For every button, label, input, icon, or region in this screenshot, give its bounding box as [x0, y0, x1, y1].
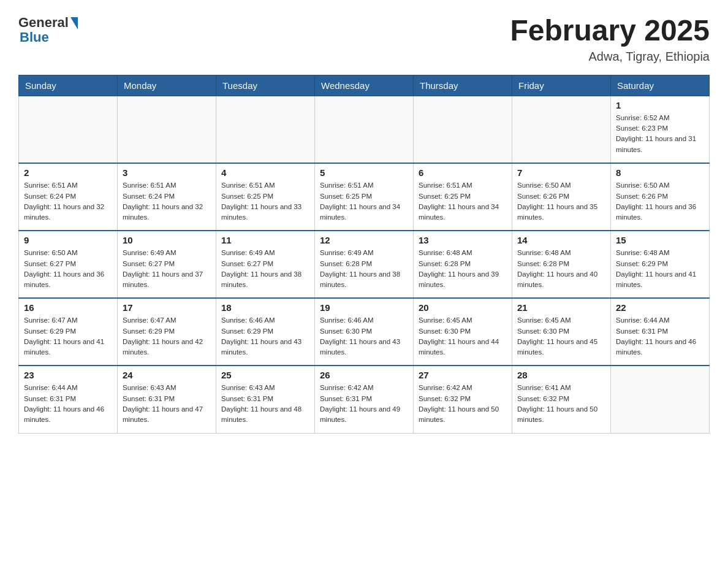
day-info: Sunrise: 6:48 AMSunset: 6:29 PMDaylight:… — [616, 248, 704, 290]
calendar-cell: 5Sunrise: 6:51 AMSunset: 6:25 PMDaylight… — [315, 163, 414, 231]
calendar-cell — [315, 96, 414, 163]
logo: General Blue — [18, 15, 78, 45]
day-number: 15 — [616, 235, 704, 245]
day-number: 21 — [517, 302, 605, 313]
weekday-header-thursday: Thursday — [414, 75, 512, 96]
calendar-cell: 7Sunrise: 6:50 AMSunset: 6:26 PMDaylight… — [512, 163, 611, 231]
week-row-1: 1Sunrise: 6:52 AMSunset: 6:23 PMDaylight… — [19, 96, 710, 163]
day-info: Sunrise: 6:46 AMSunset: 6:29 PMDaylight:… — [221, 315, 309, 358]
calendar-cell: 9Sunrise: 6:50 AMSunset: 6:27 PMDaylight… — [19, 231, 118, 298]
day-info: Sunrise: 6:45 AMSunset: 6:30 PMDaylight:… — [517, 315, 605, 358]
day-info: Sunrise: 6:51 AMSunset: 6:24 PMDaylight:… — [123, 180, 211, 223]
day-info: Sunrise: 6:50 AMSunset: 6:27 PMDaylight:… — [24, 248, 112, 290]
day-number: 25 — [221, 370, 309, 380]
day-info: Sunrise: 6:50 AMSunset: 6:26 PMDaylight:… — [616, 180, 704, 223]
weekday-header-sunday: Sunday — [19, 75, 118, 96]
calendar-cell — [414, 96, 512, 163]
day-number: 16 — [24, 302, 112, 313]
calendar-cell: 16Sunrise: 6:47 AMSunset: 6:29 PMDayligh… — [19, 298, 118, 366]
week-row-5: 23Sunrise: 6:44 AMSunset: 6:31 PMDayligh… — [19, 366, 710, 433]
day-info: Sunrise: 6:42 AMSunset: 6:31 PMDaylight:… — [320, 383, 408, 425]
week-row-3: 9Sunrise: 6:50 AMSunset: 6:27 PMDaylight… — [19, 231, 710, 298]
day-number: 6 — [419, 167, 507, 178]
calendar-cell: 19Sunrise: 6:46 AMSunset: 6:30 PMDayligh… — [315, 298, 414, 366]
day-info: Sunrise: 6:46 AMSunset: 6:30 PMDaylight:… — [320, 315, 408, 358]
calendar-cell: 20Sunrise: 6:45 AMSunset: 6:30 PMDayligh… — [414, 298, 512, 366]
weekday-header-saturday: Saturday — [611, 75, 710, 96]
day-info: Sunrise: 6:45 AMSunset: 6:30 PMDaylight:… — [419, 315, 507, 358]
calendar-cell: 10Sunrise: 6:49 AMSunset: 6:27 PMDayligh… — [118, 231, 216, 298]
day-number: 24 — [123, 370, 211, 380]
calendar-cell: 14Sunrise: 6:48 AMSunset: 6:28 PMDayligh… — [512, 231, 611, 298]
weekday-header-monday: Monday — [118, 75, 216, 96]
day-number: 23 — [24, 370, 112, 380]
day-number: 28 — [517, 370, 605, 380]
calendar-cell — [611, 366, 710, 433]
calendar-cell: 8Sunrise: 6:50 AMSunset: 6:26 PMDaylight… — [611, 163, 710, 231]
calendar-cell: 15Sunrise: 6:48 AMSunset: 6:29 PMDayligh… — [611, 231, 710, 298]
page-header: General Blue February 2025 Adwa, Tigray,… — [18, 15, 710, 64]
day-info: Sunrise: 6:51 AMSunset: 6:24 PMDaylight:… — [24, 180, 112, 223]
day-number: 14 — [517, 235, 605, 245]
day-number: 27 — [419, 370, 507, 380]
calendar-cell: 18Sunrise: 6:46 AMSunset: 6:29 PMDayligh… — [216, 298, 315, 366]
day-info: Sunrise: 6:51 AMSunset: 6:25 PMDaylight:… — [419, 180, 507, 223]
day-number: 9 — [24, 235, 112, 245]
day-number: 1 — [616, 100, 704, 110]
weekday-header-wednesday: Wednesday — [315, 75, 414, 96]
calendar-cell: 23Sunrise: 6:44 AMSunset: 6:31 PMDayligh… — [19, 366, 118, 433]
day-number: 5 — [320, 167, 408, 178]
calendar-cell — [216, 96, 315, 163]
calendar-cell: 24Sunrise: 6:43 AMSunset: 6:31 PMDayligh… — [118, 366, 216, 433]
day-info: Sunrise: 6:47 AMSunset: 6:29 PMDaylight:… — [24, 315, 112, 358]
calendar-cell: 3Sunrise: 6:51 AMSunset: 6:24 PMDaylight… — [118, 163, 216, 231]
main-title: February 2025 — [510, 15, 710, 47]
day-info: Sunrise: 6:41 AMSunset: 6:32 PMDaylight:… — [517, 383, 605, 425]
calendar-cell — [19, 96, 118, 163]
day-number: 19 — [320, 302, 408, 313]
week-row-4: 16Sunrise: 6:47 AMSunset: 6:29 PMDayligh… — [19, 298, 710, 366]
calendar-cell: 11Sunrise: 6:49 AMSunset: 6:27 PMDayligh… — [216, 231, 315, 298]
calendar-cell: 28Sunrise: 6:41 AMSunset: 6:32 PMDayligh… — [512, 366, 611, 433]
calendar-cell: 6Sunrise: 6:51 AMSunset: 6:25 PMDaylight… — [414, 163, 512, 231]
calendar-cell: 1Sunrise: 6:52 AMSunset: 6:23 PMDaylight… — [611, 96, 710, 163]
day-number: 18 — [221, 302, 309, 313]
day-info: Sunrise: 6:48 AMSunset: 6:28 PMDaylight:… — [419, 248, 507, 290]
day-number: 7 — [517, 167, 605, 178]
calendar-cell: 17Sunrise: 6:47 AMSunset: 6:29 PMDayligh… — [118, 298, 216, 366]
day-number: 20 — [419, 302, 507, 313]
logo-blue-text: Blue — [20, 29, 49, 45]
calendar-cell: 12Sunrise: 6:49 AMSunset: 6:28 PMDayligh… — [315, 231, 414, 298]
day-number: 8 — [616, 167, 704, 178]
calendar-cell: 25Sunrise: 6:43 AMSunset: 6:31 PMDayligh… — [216, 366, 315, 433]
calendar-cell: 13Sunrise: 6:48 AMSunset: 6:28 PMDayligh… — [414, 231, 512, 298]
day-number: 3 — [123, 167, 211, 178]
day-number: 2 — [24, 167, 112, 178]
day-number: 22 — [616, 302, 704, 313]
title-section: February 2025 Adwa, Tigray, Ethiopia — [510, 15, 710, 64]
day-info: Sunrise: 6:50 AMSunset: 6:26 PMDaylight:… — [517, 180, 605, 223]
calendar-table: SundayMondayTuesdayWednesdayThursdayFrid… — [18, 75, 710, 434]
calendar-cell: 2Sunrise: 6:51 AMSunset: 6:24 PMDaylight… — [19, 163, 118, 231]
weekday-header-tuesday: Tuesday — [216, 75, 315, 96]
day-info: Sunrise: 6:44 AMSunset: 6:31 PMDaylight:… — [616, 315, 704, 358]
day-info: Sunrise: 6:49 AMSunset: 6:28 PMDaylight:… — [320, 248, 408, 290]
day-info: Sunrise: 6:43 AMSunset: 6:31 PMDaylight:… — [123, 383, 211, 425]
day-number: 10 — [123, 235, 211, 245]
calendar-cell: 26Sunrise: 6:42 AMSunset: 6:31 PMDayligh… — [315, 366, 414, 433]
week-row-2: 2Sunrise: 6:51 AMSunset: 6:24 PMDaylight… — [19, 163, 710, 231]
day-info: Sunrise: 6:44 AMSunset: 6:31 PMDaylight:… — [24, 383, 112, 425]
header-row: SundayMondayTuesdayWednesdayThursdayFrid… — [19, 75, 710, 96]
calendar-cell: 4Sunrise: 6:51 AMSunset: 6:25 PMDaylight… — [216, 163, 315, 231]
logo-arrow-icon — [70, 17, 78, 29]
day-info: Sunrise: 6:49 AMSunset: 6:27 PMDaylight:… — [123, 248, 211, 290]
day-number: 13 — [419, 235, 507, 245]
calendar-cell — [512, 96, 611, 163]
day-number: 26 — [320, 370, 408, 380]
day-number: 4 — [221, 167, 309, 178]
day-info: Sunrise: 6:42 AMSunset: 6:32 PMDaylight:… — [419, 383, 507, 425]
calendar-cell — [118, 96, 216, 163]
day-info: Sunrise: 6:48 AMSunset: 6:28 PMDaylight:… — [517, 248, 605, 290]
day-info: Sunrise: 6:43 AMSunset: 6:31 PMDaylight:… — [221, 383, 309, 425]
day-number: 12 — [320, 235, 408, 245]
